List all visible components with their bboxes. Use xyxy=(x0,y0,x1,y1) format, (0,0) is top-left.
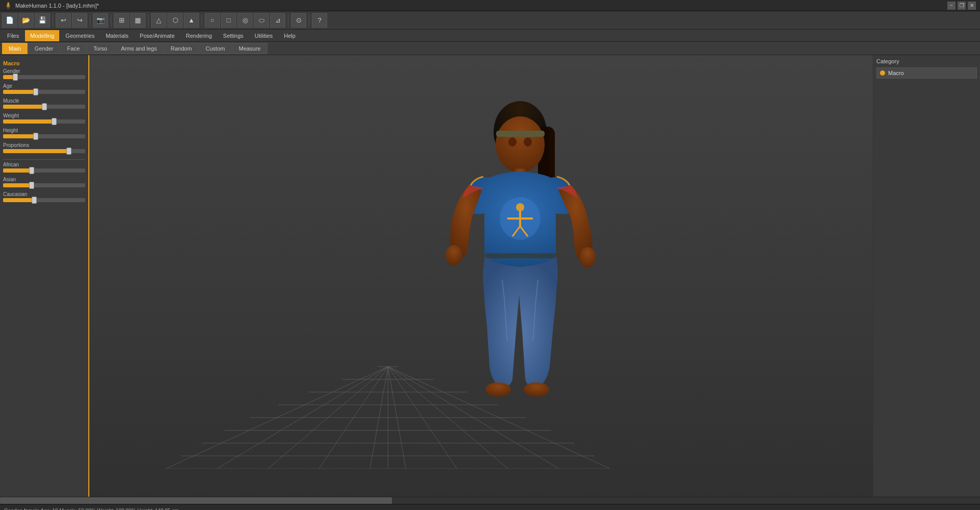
svg-rect-26 xyxy=(496,131,545,137)
muscle-fill xyxy=(3,105,44,109)
height-fill xyxy=(3,134,36,138)
age-fill xyxy=(3,90,36,94)
height-thumb[interactable] xyxy=(33,133,38,140)
shape-btn-3[interactable]: ▲ xyxy=(184,13,199,28)
african-label: African xyxy=(3,162,85,167)
caucasian-label: Caucasian xyxy=(3,191,85,197)
menu-geometries[interactable]: Geometries xyxy=(60,30,100,41)
menu-utilities[interactable]: Utilities xyxy=(250,30,278,41)
height-label: Height xyxy=(3,128,85,133)
camera-button[interactable]: ⊙ xyxy=(291,13,306,28)
weight-slider-group: Weight xyxy=(3,113,85,124)
muscle-slider[interactable] xyxy=(3,105,85,109)
cube-button[interactable]: □ xyxy=(221,13,236,28)
age-thumb[interactable] xyxy=(33,88,38,95)
tab-arms-and-legs[interactable]: Arms and legs xyxy=(114,43,163,54)
weight-fill xyxy=(3,119,54,124)
proportions-label: Proportions xyxy=(3,142,85,148)
caucasian-slider[interactable] xyxy=(3,198,85,202)
age-slider[interactable] xyxy=(3,90,85,94)
menu-materials[interactable]: Materials xyxy=(101,30,134,41)
proportions-thumb[interactable] xyxy=(66,148,71,155)
toolbar-sep-4 xyxy=(148,14,149,27)
grid-btn-1[interactable]: ⊞ xyxy=(114,13,129,28)
open-button[interactable]: 📂 xyxy=(18,13,34,28)
macro-radio[interactable] xyxy=(880,70,885,76)
menubar: Files Modelling Geometries Materials Pos… xyxy=(0,30,980,42)
menu-modelling[interactable]: Modelling xyxy=(25,30,59,41)
caucasian-thumb[interactable] xyxy=(32,197,37,204)
shape-btn-2[interactable]: ⬡ xyxy=(167,13,183,28)
titlebar-title: MakeHuman 1.1.0 - [lady1.mhm]* xyxy=(15,3,99,9)
svg-point-24 xyxy=(508,137,517,147)
redo-button[interactable]: ↪ xyxy=(72,13,87,28)
african-slider[interactable] xyxy=(3,168,85,173)
cone-button[interactable]: ⊿ xyxy=(270,13,285,28)
cylinder-button[interactable]: ⬭ xyxy=(254,13,269,28)
asian-slider-group: Asian xyxy=(3,177,85,187)
tab-face[interactable]: Face xyxy=(61,43,86,54)
asian-label: Asian xyxy=(3,177,85,182)
tab-measure[interactable]: Measure xyxy=(232,43,267,54)
torus-button[interactable]: ◎ xyxy=(237,13,253,28)
height-slider[interactable] xyxy=(3,134,85,138)
svg-point-23 xyxy=(496,116,545,173)
african-slider-group: African xyxy=(3,162,85,173)
tab-bar: Main Gender Face Torso Arms and legs Ran… xyxy=(0,42,980,55)
menu-pose-animate[interactable]: Pose/Animate xyxy=(135,30,180,41)
undo-button[interactable]: ↩ xyxy=(56,13,71,28)
gender-thumb[interactable] xyxy=(13,74,18,81)
african-fill xyxy=(3,168,32,173)
main-area: Macro Gender Age Muscle xyxy=(0,55,980,497)
tab-torso[interactable]: Torso xyxy=(87,43,114,54)
muscle-slider-group: Muscle xyxy=(3,98,85,109)
svg-rect-36 xyxy=(485,253,556,258)
weight-label: Weight xyxy=(3,113,85,118)
proportions-slider[interactable] xyxy=(3,149,85,153)
menu-help[interactable]: Help xyxy=(279,30,301,41)
toolbar-sep-6 xyxy=(288,14,288,27)
caucasian-slider-group: Caucasian xyxy=(3,191,85,202)
left-panel: Macro Gender Age Muscle xyxy=(0,55,89,497)
minimize-button[interactable]: − xyxy=(947,2,955,10)
menu-settings[interactable]: Settings xyxy=(218,30,249,41)
tab-gender[interactable]: Gender xyxy=(28,43,60,54)
macro-section-title: Macro xyxy=(3,60,85,66)
screenshot-button[interactable]: 📷 xyxy=(93,13,108,28)
restore-button[interactable]: ❐ xyxy=(958,2,966,10)
titlebar: 🧍 MakeHuman 1.1.0 - [lady1.mhm]* − ❐ ✕ xyxy=(0,0,980,11)
asian-fill xyxy=(3,183,32,187)
asian-thumb[interactable] xyxy=(29,182,34,189)
svg-point-29 xyxy=(516,203,524,211)
sphere-button[interactable]: ○ xyxy=(205,13,220,28)
titlebar-left: 🧍 MakeHuman 1.1.0 - [lady1.mhm]* xyxy=(4,2,99,9)
viewport[interactable] xyxy=(89,55,873,497)
gender-slider-group: Gender xyxy=(3,68,85,79)
help-button[interactable]: ? xyxy=(312,13,327,28)
category-macro-option[interactable]: Macro xyxy=(876,67,977,79)
new-button[interactable]: 📄 xyxy=(2,13,17,28)
close-button[interactable]: ✕ xyxy=(968,2,976,10)
status-text: Gender: female Age: 19 Muscle: 50.00% We… xyxy=(4,508,179,510)
svg-point-35 xyxy=(579,247,596,268)
tab-random[interactable]: Random xyxy=(164,43,199,54)
tab-custom[interactable]: Custom xyxy=(199,43,232,54)
category-label: Category xyxy=(876,58,977,64)
grid-btn-2[interactable]: ▦ xyxy=(130,13,145,28)
african-thumb[interactable] xyxy=(29,167,34,174)
tab-main[interactable]: Main xyxy=(2,43,28,54)
weight-slider[interactable] xyxy=(3,119,85,124)
svg-point-37 xyxy=(485,382,511,397)
menu-files[interactable]: Files xyxy=(2,30,24,41)
muscle-thumb[interactable] xyxy=(42,103,47,110)
gender-slider[interactable] xyxy=(3,75,85,79)
caucasian-fill xyxy=(3,198,34,202)
asian-slider[interactable] xyxy=(3,183,85,187)
shape-btn-1[interactable]: △ xyxy=(151,13,166,28)
proportions-fill xyxy=(3,149,69,153)
scrollbar-bottom[interactable] xyxy=(0,497,980,504)
menu-rendering[interactable]: Rendering xyxy=(181,30,217,41)
height-slider-group: Height xyxy=(3,128,85,138)
save-button[interactable]: 💾 xyxy=(35,13,50,28)
weight-thumb[interactable] xyxy=(52,118,57,125)
